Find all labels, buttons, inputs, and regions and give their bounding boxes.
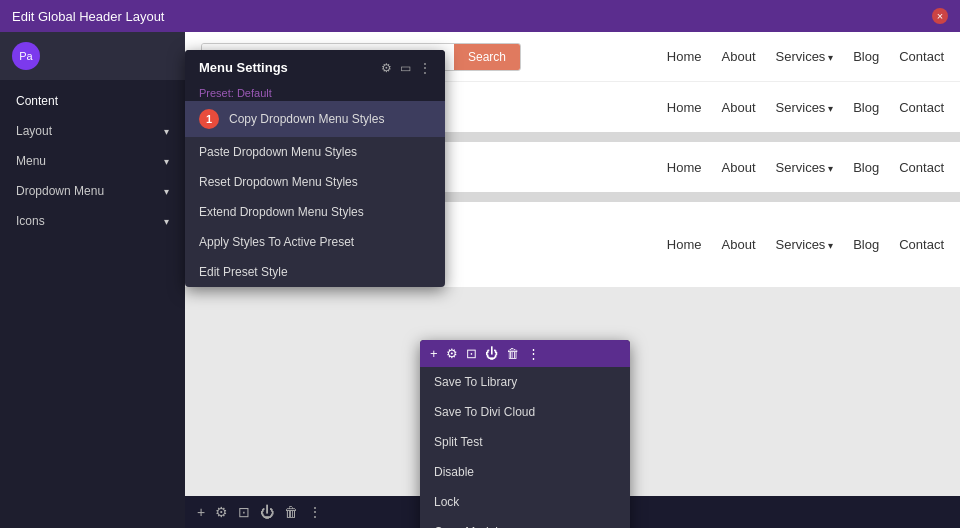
sidebar-item-layout[interactable]: Layout ▾ [0, 116, 185, 146]
add-icon[interactable]: + [430, 346, 438, 361]
nav-services-1[interactable]: Services [776, 49, 834, 64]
nav-services-4[interactable]: Services [776, 237, 834, 252]
nav-contact-3[interactable]: Contact [899, 160, 944, 175]
context-item-disable[interactable]: Disable [420, 457, 630, 487]
nav-links-3: Home About Services Blog Contact [667, 160, 944, 175]
nav-blog-1[interactable]: Blog [853, 49, 879, 64]
sidebar-item-content[interactable]: Content [0, 86, 185, 116]
context-item-save-cloud[interactable]: Save To Divi Cloud [420, 397, 630, 427]
copy-icon[interactable]: ⊡ [466, 346, 477, 361]
settings-icon[interactable]: ⚙ [381, 61, 392, 75]
nav-about-2[interactable]: About [722, 100, 756, 115]
panel-preset: Preset: Default [185, 85, 445, 101]
layout-icon[interactable]: ▭ [400, 61, 411, 75]
context-item-copy-module[interactable]: Copy Module [420, 517, 630, 528]
nav-links-1: Home About Services Blog Contact [667, 49, 944, 64]
panel-header-icons: ⚙ ▭ ⋮ [381, 61, 431, 75]
context-item-save-library[interactable]: Save To Library [420, 367, 630, 397]
power-icon[interactable]: ⏻ [485, 346, 498, 361]
panel-item-extend[interactable]: Extend Dropdown Menu Styles [185, 197, 445, 227]
panel-item-copy[interactable]: 1 Copy Dropdown Menu Styles [185, 101, 445, 137]
more-icon[interactable]: ⋮ [527, 346, 540, 361]
panel-item-paste[interactable]: Paste Dropdown Menu Styles [185, 137, 445, 167]
title-bar: Edit Global Header Layout × [0, 0, 960, 32]
nav-blog-2[interactable]: Blog [853, 100, 879, 115]
sidebar-item-dropdown-menu[interactable]: Dropdown Menu ▾ [0, 176, 185, 206]
sidebar-item-icons[interactable]: Icons ▾ [0, 206, 185, 236]
close-button[interactable]: × [932, 8, 948, 24]
nav-contact-1[interactable]: Contact [899, 49, 944, 64]
nav-links-4: Home About Services Blog Contact [667, 237, 944, 252]
sidebar: Pa Content Layout ▾ Menu ▾ Dropdown Menu… [0, 32, 185, 528]
nav-home-4[interactable]: Home [667, 237, 702, 252]
chevron-down-icon: ▾ [164, 186, 169, 197]
panel-item-edit[interactable]: Edit Preset Style [185, 257, 445, 287]
context-item-lock[interactable]: Lock [420, 487, 630, 517]
nav-contact-2[interactable]: Contact [899, 100, 944, 115]
context-menu: + ⚙ ⊡ ⏻ 🗑 ⋮ Save To Library Save To Divi… [420, 340, 630, 528]
more-icon[interactable]: ⋮ [419, 61, 431, 75]
nav-links-2: Home About Services Blog Contact [667, 100, 944, 115]
sidebar-item-menu[interactable]: Menu ▾ [0, 146, 185, 176]
panel-item-reset[interactable]: Reset Dropdown Menu Styles [185, 167, 445, 197]
more-icon[interactable]: ⋮ [308, 504, 322, 520]
panel-title: Menu Settings [199, 60, 288, 75]
context-toolbar: + ⚙ ⊡ ⏻ 🗑 ⋮ [420, 340, 630, 367]
sidebar-nav: Content Layout ▾ Menu ▾ Dropdown Menu ▾ … [0, 80, 185, 242]
title-bar-label: Edit Global Header Layout [12, 9, 164, 24]
badge-1: 1 [199, 109, 219, 129]
context-item-split-test[interactable]: Split Test [420, 427, 630, 457]
settings-icon[interactable]: ⚙ [215, 504, 228, 520]
nav-about-4[interactable]: About [722, 237, 756, 252]
nav-services-2[interactable]: Services [776, 100, 834, 115]
delete-icon[interactable]: 🗑 [506, 346, 519, 361]
nav-about-3[interactable]: About [722, 160, 756, 175]
nav-blog-3[interactable]: Blog [853, 160, 879, 175]
avatar: Pa [12, 42, 40, 70]
chevron-down-icon: ▾ [164, 156, 169, 167]
nav-home-3[interactable]: Home [667, 160, 702, 175]
nav-contact-4[interactable]: Contact [899, 237, 944, 252]
chevron-down-icon: ▾ [164, 216, 169, 227]
nav-home-2[interactable]: Home [667, 100, 702, 115]
add-button[interactable]: + [197, 504, 205, 520]
panel-item-apply[interactable]: Apply Styles To Active Preset [185, 227, 445, 257]
sidebar-user-row: Pa [0, 32, 185, 80]
nav-about-1[interactable]: About [722, 49, 756, 64]
panel-header: Menu Settings ⚙ ▭ ⋮ [185, 50, 445, 85]
chevron-down-icon: ▾ [164, 126, 169, 137]
settings-icon[interactable]: ⚙ [446, 346, 458, 361]
search-button[interactable]: Search [454, 44, 520, 70]
delete-icon[interactable]: 🗑 [284, 504, 298, 520]
menu-settings-panel: Menu Settings ⚙ ▭ ⋮ Preset: Default 1 Co… [185, 50, 445, 287]
nav-services-3[interactable]: Services [776, 160, 834, 175]
nav-blog-4[interactable]: Blog [853, 237, 879, 252]
layout-icon[interactable]: ⊡ [238, 504, 250, 520]
nav-home-1[interactable]: Home [667, 49, 702, 64]
power-icon[interactable]: ⏻ [260, 504, 274, 520]
